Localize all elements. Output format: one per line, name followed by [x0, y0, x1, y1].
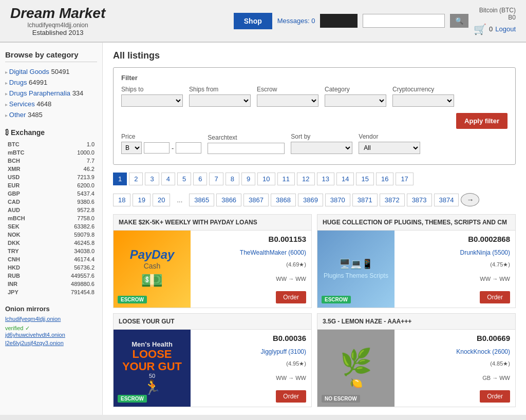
price-min-input[interactable] [144, 142, 170, 154]
escrow-select[interactable] [257, 94, 318, 107]
page-btn-11[interactable]: 11 [277, 173, 295, 185]
escrow-label: Escrow [257, 86, 318, 93]
page-btn-20[interactable]: 20 [153, 194, 170, 206]
exchange-rates-table: BTC1.0 mBTC1000.0 BCH7.7 XMR46.2 USD7213… [5, 140, 97, 297]
page-btn-12[interactable]: 12 [297, 173, 314, 185]
order-button-plugins[interactable]: Order [480, 291, 510, 303]
page-btn-3[interactable]: 3 [145, 173, 159, 185]
order-button-gut[interactable]: Order [276, 390, 306, 403]
order-button-lemon[interactable]: Order [480, 390, 510, 403]
page-btn-3866[interactable]: 3866 [216, 194, 241, 206]
cryptocurrency-label: Cryptocurrency [392, 86, 454, 93]
ships-from-select[interactable] [189, 94, 251, 107]
page-btn-3872[interactable]: 3872 [380, 194, 405, 206]
page-btn-13[interactable]: 13 [317, 173, 334, 185]
category-item-drugs-paraphernalia[interactable]: Drugs Paraphernalia 334 [5, 88, 97, 99]
onion-link-3[interactable]: l2e6lvj2usjf4zqv3.onion [5, 340, 97, 346]
onion-mirrors-section: Onion mirrors lchudifyeqm4ldjj.onion ver… [5, 305, 97, 346]
ships-to-label: Ships to [121, 86, 183, 93]
messages-link[interactable]: Messages: 0 [277, 17, 315, 25]
cat-count: 3485 [28, 111, 43, 119]
product-vendor: DrunkNinja (5500) [460, 249, 510, 256]
category-item-other[interactable]: Other 3485 [5, 109, 97, 120]
page-btn-10[interactable]: 10 [257, 173, 275, 185]
page-btn-3870[interactable]: 3870 [325, 194, 350, 206]
page-btn-9[interactable]: 9 [241, 173, 255, 185]
product-card-lemon: 3.5G - Lemon Haze - AAA+++ 🌿 🍋 NO ESCROW… [317, 313, 516, 407]
gut-magazine: Men's Health [116, 340, 188, 348]
lemon-buds-icon: 🍋 [320, 377, 392, 389]
product-rating: (4.85★) [490, 360, 510, 367]
gut-visual: Men's Health LOOSE YOUR GUT 50 🏃 [116, 340, 188, 396]
page-btn-3874[interactable]: 3874 [434, 194, 459, 206]
page-btn-14[interactable]: 14 [336, 173, 354, 185]
user-display [320, 14, 358, 28]
cryptocurrency-select[interactable] [392, 94, 454, 107]
page-btn-15[interactable]: 15 [356, 173, 373, 185]
filter-label: Filter [121, 74, 508, 82]
onion-link-2[interactable]: jd6yhuwcivehvdt4.onion [5, 332, 97, 338]
searchtext-input[interactable] [208, 143, 285, 154]
page-btn-8[interactable]: 8 [226, 173, 239, 185]
exchange-rate-row: INR489880.6 [6, 280, 96, 288]
pagination-row-1: 1 2 3 4 5 6 7 8 9 10 11 12 13 14 15 16 1… [113, 173, 516, 185]
page-btn-4[interactable]: 4 [161, 173, 175, 185]
page-btn-3873[interactable]: 3873 [407, 194, 432, 206]
product-rating: (4.75★) [490, 261, 510, 268]
exchange-rate-row: JPY791454.8 [6, 289, 96, 296]
product-shipping: GB → WW [482, 375, 510, 381]
sidebar: Browse by category Digital Goods 50491 D… [0, 43, 103, 415]
page-btn-3867[interactable]: 3867 [243, 194, 269, 206]
onion-link-1[interactable]: lchudifyeqm4ldjj.onion [5, 316, 97, 322]
page-btn-5[interactable]: 5 [177, 173, 191, 185]
payday-sub: Cash [130, 262, 175, 270]
page-btn-7[interactable]: 7 [209, 173, 223, 185]
product-price: B0.00669 [477, 334, 510, 342]
vendor-select[interactable]: All [359, 142, 420, 154]
search-button[interactable]: 🔍 [450, 14, 468, 28]
sortby-group: Sort by [291, 133, 352, 154]
payday-money-icon: 💵 [130, 270, 175, 291]
product-card-gut: LOOSE YOUR GUT Men's Health LOOSE YOUR G… [113, 313, 312, 407]
shop-button[interactable]: Shop [234, 13, 272, 29]
page-btn-2[interactable]: 2 [129, 173, 143, 185]
price-currency-select[interactable]: B [121, 142, 142, 154]
search-input[interactable] [363, 14, 445, 28]
page-btn-1[interactable]: 1 [113, 173, 127, 185]
page-btn-19[interactable]: 19 [133, 194, 150, 206]
cart-count: 0 [489, 25, 493, 33]
price-inputs: B - [121, 142, 201, 154]
apply-filter-button[interactable]: Apply filter [456, 113, 508, 129]
cat-label: Digital Goods [9, 68, 51, 75]
cat-count: 4648 [36, 100, 51, 108]
page-btn-3871[interactable]: 3871 [352, 194, 378, 206]
page-btn-18[interactable]: 18 [113, 194, 130, 206]
product-body: 🖥️💻📱Plugins Themes Scripts ESCROW B0.000… [317, 231, 515, 308]
searchtext-group: Searchtext [208, 134, 285, 154]
category-item-drugs[interactable]: Drugs 64991 [5, 77, 97, 88]
header-nav: Shop Messages: 0 🔍 Bitcoin (BTC) B0 🛒 0 … [234, 7, 516, 35]
category-label: Category [325, 86, 386, 93]
page-btn-6[interactable]: 6 [193, 173, 207, 185]
category-item-services[interactable]: Services 4648 [5, 99, 97, 109]
page-btn-3869[interactable]: 3869 [298, 194, 323, 206]
price-max-input[interactable] [176, 142, 201, 154]
ships-to-select[interactable] [121, 94, 183, 107]
page-btn-3865[interactable]: 3865 [189, 194, 214, 206]
page-btn-17[interactable]: 17 [396, 173, 413, 185]
pagination-next-icon[interactable]: → [461, 193, 479, 206]
page-btn-16[interactable]: 16 [376, 173, 393, 185]
page-btn-3868[interactable]: 3868 [271, 194, 296, 206]
category-item-digital-goods[interactable]: Digital Goods 50491 [5, 66, 97, 77]
exchange-section: ₿ Exchange BTC1.0 mBTC1000.0 BCH7.7 XMR4… [5, 128, 97, 297]
price-label: Price [121, 133, 201, 140]
category-select[interactable] [325, 94, 386, 107]
category-group: Category [325, 86, 386, 107]
product-shipping: WW → WW [276, 276, 306, 282]
sortby-select[interactable] [291, 142, 352, 154]
exchange-rate-row: mBTC1000.0 [6, 149, 96, 156]
product-card-plugins: Huge Collection Of Plugins, Themes, Scri… [317, 214, 516, 308]
order-button-payday[interactable]: Order [276, 291, 306, 303]
cart-icon[interactable]: 🛒 [474, 23, 486, 35]
logout-button[interactable]: Logout [495, 25, 516, 33]
